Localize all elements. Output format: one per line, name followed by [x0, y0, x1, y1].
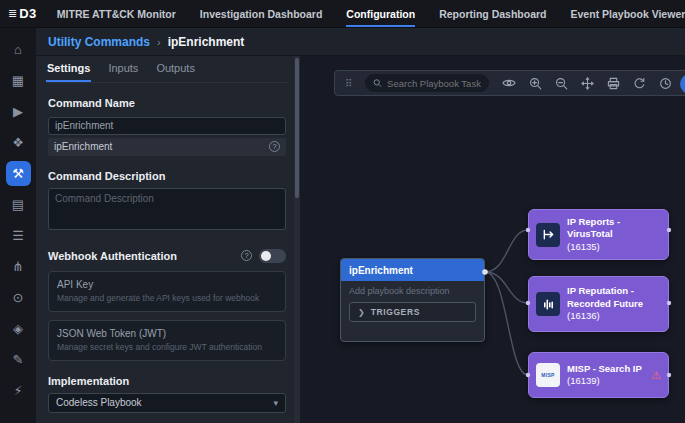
refresh-button[interactable] [633, 77, 646, 90]
sidebar-item-automation[interactable]: ⚡ [0, 375, 36, 406]
tab-outputs[interactable]: Outputs [155, 56, 196, 82]
clock-icon [659, 77, 672, 90]
triggers-label: TRIGGERS [371, 307, 420, 317]
move-icon [581, 77, 594, 90]
triggers-expander[interactable]: ❯ TRIGGERS [349, 302, 476, 322]
sidebar-item-connections[interactable]: ⋔ [0, 251, 36, 282]
top-navigation: ≣ D3 MITRE ATT&CK Monitor Investigation … [0, 0, 685, 28]
zoom-in-icon [529, 77, 542, 90]
sidebar-item-calendar[interactable]: ▦ [0, 65, 36, 96]
task-node-recorded-future[interactable]: IP Reputation - Recorded Future (16136) [528, 276, 669, 332]
refresh-icon [633, 77, 646, 90]
sidebar-item-monitor[interactable]: ▶ [0, 96, 36, 127]
task-id: (16139) [567, 375, 644, 387]
nav-mitre-attack-monitor[interactable]: MITRE ATT&CK Monitor [57, 0, 176, 27]
sidebar-item-utility-commands[interactable]: ⚒ [0, 158, 36, 189]
drag-handle-icon[interactable]: ⠿ [345, 78, 352, 89]
broadcast-icon: ⊙ [13, 291, 24, 304]
tab-settings[interactable]: Settings [46, 56, 91, 82]
misp-icon: MISP [536, 363, 560, 387]
printer-icon [607, 77, 620, 90]
sidebar-item-editor[interactable]: ✎ [0, 344, 36, 375]
playbook-search[interactable] [365, 74, 489, 92]
playbook-toolbar: ⠿ [334, 70, 685, 96]
nav-configuration[interactable]: Configuration [346, 0, 415, 27]
calendar-icon: ▦ [12, 74, 24, 87]
webhook-help-icon[interactable]: ? [241, 250, 252, 261]
zoom-out-button[interactable] [555, 77, 568, 90]
sidebar-item-database[interactable]: ☰ [0, 220, 36, 251]
playbook-canvas[interactable]: ⠿ [300, 56, 685, 423]
warning-icon[interactable]: ⚠ [651, 370, 661, 381]
brand-logo[interactable]: ≣ D3 [0, 0, 47, 27]
task-node-virustotal[interactable]: IP Reports - VirusTotal (16135) [528, 209, 669, 260]
nav-reporting-dashboard[interactable]: Reporting Dashboard [439, 0, 546, 27]
search-input[interactable] [387, 78, 481, 89]
logo-icon: ≣ [8, 7, 17, 20]
api-key-title: API Key [57, 279, 277, 290]
sidebar-item-home[interactable]: ⌂ [0, 34, 36, 65]
wrench-icon: ⚒ [12, 167, 24, 180]
implementation-label: Implementation [48, 375, 286, 387]
chevron-down-icon: ▾ [273, 398, 278, 408]
task-title: IP Reputation - Recorded Future [567, 285, 661, 310]
api-key-card[interactable]: API Key Manage and generate the API keys… [48, 271, 286, 312]
breadcrumb-parent[interactable]: Utility Commands [48, 35, 150, 49]
playbook-node-description[interactable]: Add playbook description [349, 286, 476, 296]
nav-event-playbook-viewer[interactable]: Event Playbook Viewer [571, 0, 685, 27]
tab-inputs[interactable]: Inputs [107, 56, 139, 82]
jwt-description: Manage secret keys and configure JWT aut… [57, 342, 277, 353]
toggle-knob [261, 251, 271, 261]
home-icon: ⌂ [14, 43, 22, 56]
eye-icon [502, 76, 516, 90]
command-name-label: Command Name [48, 97, 286, 109]
assistant-button[interactable] [680, 74, 685, 94]
database-icon: ☰ [12, 229, 24, 242]
implementation-value: Codeless Playbook [56, 397, 142, 408]
task-title: MISP - Search IP [567, 363, 644, 375]
settings-panel: Settings Inputs Outputs Command Name ipE… [36, 56, 300, 423]
monitor-icon: ▶ [13, 105, 23, 118]
zoom-out-icon [555, 77, 568, 90]
playbook-node-title[interactable]: ipEnrichment [341, 259, 484, 281]
playbook-node-ipenrichment[interactable]: ipEnrichment Add playbook description ❯ … [340, 258, 485, 342]
puzzle-icon: ❖ [12, 136, 24, 149]
scrollbar-thumb[interactable] [295, 58, 299, 198]
pan-button[interactable] [581, 77, 594, 90]
api-key-description: Manage and generate the API keys used fo… [57, 293, 277, 304]
recorded-future-icon [536, 292, 560, 316]
command-description-input[interactable] [48, 188, 286, 230]
sidebar-item-schedule[interactable]: ▤ [0, 189, 36, 220]
nav-investigation-dashboard[interactable]: Investigation Dashboard [200, 0, 323, 27]
webhook-toggle[interactable] [259, 249, 286, 263]
command-name-internal-value: ipEnrichment [54, 141, 112, 152]
misp-icon-text: MISP [541, 372, 554, 378]
command-name-internal-row: ipEnrichment ? [48, 138, 286, 156]
command-name-input[interactable] [48, 117, 286, 135]
history-button[interactable] [659, 77, 672, 90]
task-id: (16135) [567, 241, 661, 253]
task-title: IP Reports - VirusTotal [567, 216, 661, 241]
webhook-authentication-label: Webhook Authentication [48, 250, 177, 262]
jwt-title: JSON Web Token (JWT) [57, 328, 277, 339]
help-icon[interactable]: ? [269, 141, 280, 152]
panel-tabs: Settings Inputs Outputs [46, 56, 288, 83]
lightning-icon: ⚡ [13, 384, 22, 397]
chevron-right-icon: ❯ [358, 308, 365, 317]
command-description-label: Command Description [48, 170, 286, 182]
jwt-card[interactable]: JSON Web Token (JWT) Manage secret keys … [48, 320, 286, 361]
badge-icon: ◈ [13, 322, 23, 335]
print-button[interactable] [607, 77, 620, 90]
logo-text: D3 [19, 6, 37, 21]
sidebar-item-badge[interactable]: ◈ [0, 313, 36, 344]
sidebar-item-integrations[interactable]: ❖ [0, 127, 36, 158]
search-icon [373, 78, 382, 88]
virustotal-icon [536, 223, 560, 247]
network-icon: ⋔ [13, 260, 24, 273]
task-node-misp[interactable]: MISP MISP - Search IP (16139) ⚠ [528, 352, 669, 398]
task-id: (16136) [567, 310, 661, 322]
preview-button[interactable] [502, 76, 516, 90]
sidebar-item-broadcast[interactable]: ⊙ [0, 282, 36, 313]
zoom-in-button[interactable] [529, 77, 542, 90]
implementation-select[interactable]: Codeless Playbook ▾ [48, 393, 286, 413]
